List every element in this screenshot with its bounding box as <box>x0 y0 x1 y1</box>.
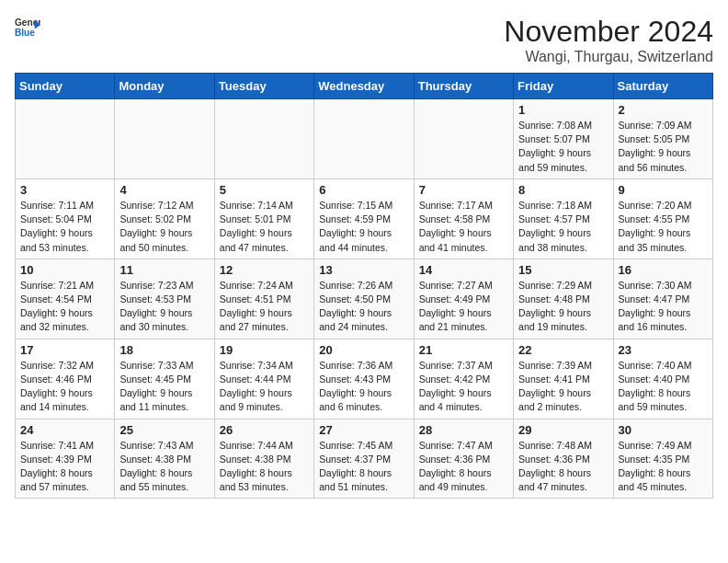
day-number: 15 <box>518 263 608 277</box>
day-info: Sunrise: 7:27 AM Sunset: 4:49 PM Dayligh… <box>419 279 508 335</box>
svg-text:Blue: Blue <box>15 28 35 38</box>
day-number: 18 <box>119 343 209 357</box>
day-number: 27 <box>319 423 408 437</box>
day-number: 12 <box>220 263 309 277</box>
calendar-cell: 6Sunrise: 7:15 AM Sunset: 4:59 PM Daylig… <box>314 178 414 259</box>
day-info: Sunrise: 7:24 AM Sunset: 4:51 PM Dayligh… <box>220 279 309 335</box>
calendar-cell <box>314 99 414 179</box>
day-number: 17 <box>20 343 109 357</box>
day-number: 26 <box>220 423 309 437</box>
day-number: 6 <box>319 183 408 197</box>
day-info: Sunrise: 7:26 AM Sunset: 4:50 PM Dayligh… <box>319 279 408 335</box>
day-info: Sunrise: 7:36 AM Sunset: 4:43 PM Dayligh… <box>319 359 408 415</box>
day-number: 28 <box>419 423 508 437</box>
day-number: 7 <box>419 183 508 197</box>
day-info: Sunrise: 7:17 AM Sunset: 4:58 PM Dayligh… <box>419 199 508 255</box>
day-number: 21 <box>419 343 508 357</box>
day-info: Sunrise: 7:37 AM Sunset: 4:42 PM Dayligh… <box>419 359 508 415</box>
calendar-cell: 11Sunrise: 7:23 AM Sunset: 4:53 PM Dayli… <box>115 259 214 339</box>
calendar-cell <box>414 99 513 179</box>
calendar-cell: 28Sunrise: 7:47 AM Sunset: 4:36 PM Dayli… <box>414 419 513 499</box>
calendar-cell: 13Sunrise: 7:26 AM Sunset: 4:50 PM Dayli… <box>314 259 414 339</box>
day-info: Sunrise: 7:30 AM Sunset: 4:47 PM Dayligh… <box>619 279 708 335</box>
day-number: 29 <box>518 423 608 437</box>
logo-icon: General Blue <box>15 15 40 40</box>
week-row-2: 3Sunrise: 7:11 AM Sunset: 5:04 PM Daylig… <box>16 178 713 259</box>
day-info: Sunrise: 7:09 AM Sunset: 5:05 PM Dayligh… <box>619 119 708 175</box>
day-info: Sunrise: 7:34 AM Sunset: 4:44 PM Dayligh… <box>220 359 309 415</box>
day-info: Sunrise: 7:47 AM Sunset: 4:36 PM Dayligh… <box>419 439 508 495</box>
day-info: Sunrise: 7:29 AM Sunset: 4:48 PM Dayligh… <box>518 279 608 335</box>
calendar-cell: 1Sunrise: 7:08 AM Sunset: 5:07 PM Daylig… <box>514 99 613 179</box>
calendar-cell: 22Sunrise: 7:39 AM Sunset: 4:41 PM Dayli… <box>514 339 613 419</box>
calendar-cell: 14Sunrise: 7:27 AM Sunset: 4:49 PM Dayli… <box>414 259 513 339</box>
week-row-1: 1Sunrise: 7:08 AM Sunset: 5:07 PM Daylig… <box>16 99 713 179</box>
calendar-cell: 5Sunrise: 7:14 AM Sunset: 5:01 PM Daylig… <box>214 178 313 259</box>
week-row-3: 10Sunrise: 7:21 AM Sunset: 4:54 PM Dayli… <box>16 259 713 339</box>
logo: General Blue <box>15 15 40 40</box>
day-number: 24 <box>20 423 109 437</box>
day-info: Sunrise: 7:18 AM Sunset: 4:57 PM Dayligh… <box>518 199 608 255</box>
calendar-cell: 2Sunrise: 7:09 AM Sunset: 5:05 PM Daylig… <box>613 99 712 179</box>
calendar-cell <box>115 99 214 179</box>
day-info: Sunrise: 7:39 AM Sunset: 4:41 PM Dayligh… <box>518 359 608 415</box>
day-number: 10 <box>20 263 109 277</box>
day-number: 8 <box>518 183 608 197</box>
weekday-header-wednesday: Wednesday <box>314 74 414 99</box>
calendar-cell: 3Sunrise: 7:11 AM Sunset: 5:04 PM Daylig… <box>16 178 115 259</box>
weekday-header-thursday: Thursday <box>414 74 513 99</box>
weekday-header-friday: Friday <box>514 74 613 99</box>
calendar-cell <box>16 99 115 179</box>
day-info: Sunrise: 7:48 AM Sunset: 4:36 PM Dayligh… <box>518 439 608 495</box>
day-number: 2 <box>619 103 708 117</box>
day-info: Sunrise: 7:12 AM Sunset: 5:02 PM Dayligh… <box>119 199 209 255</box>
header: General Blue November 2024 Wangi, Thurga… <box>15 15 713 65</box>
day-info: Sunrise: 7:32 AM Sunset: 4:46 PM Dayligh… <box>20 359 109 415</box>
day-info: Sunrise: 7:20 AM Sunset: 4:55 PM Dayligh… <box>619 199 708 255</box>
calendar-table: SundayMondayTuesdayWednesdayThursdayFrid… <box>15 73 713 499</box>
day-number: 4 <box>119 183 209 197</box>
day-info: Sunrise: 7:45 AM Sunset: 4:37 PM Dayligh… <box>319 439 408 495</box>
calendar-cell: 20Sunrise: 7:36 AM Sunset: 4:43 PM Dayli… <box>314 339 414 419</box>
day-info: Sunrise: 7:33 AM Sunset: 4:45 PM Dayligh… <box>119 359 209 415</box>
calendar-cell: 16Sunrise: 7:30 AM Sunset: 4:47 PM Dayli… <box>613 259 712 339</box>
calendar-cell: 21Sunrise: 7:37 AM Sunset: 4:42 PM Dayli… <box>414 339 513 419</box>
day-info: Sunrise: 7:08 AM Sunset: 5:07 PM Dayligh… <box>518 119 608 175</box>
calendar-cell: 10Sunrise: 7:21 AM Sunset: 4:54 PM Dayli… <box>16 259 115 339</box>
calendar-cell: 4Sunrise: 7:12 AM Sunset: 5:02 PM Daylig… <box>115 178 214 259</box>
day-number: 3 <box>20 183 109 197</box>
weekday-header-saturday: Saturday <box>613 74 712 99</box>
day-number: 14 <box>419 263 508 277</box>
day-info: Sunrise: 7:14 AM Sunset: 5:01 PM Dayligh… <box>220 199 309 255</box>
calendar-cell: 26Sunrise: 7:44 AM Sunset: 4:38 PM Dayli… <box>214 419 313 499</box>
day-info: Sunrise: 7:21 AM Sunset: 4:54 PM Dayligh… <box>20 279 109 335</box>
weekday-header-sunday: Sunday <box>16 74 115 99</box>
day-info: Sunrise: 7:11 AM Sunset: 5:04 PM Dayligh… <box>20 199 109 255</box>
day-number: 16 <box>619 263 708 277</box>
calendar-cell: 19Sunrise: 7:34 AM Sunset: 4:44 PM Dayli… <box>214 339 313 419</box>
month-year-title: November 2024 <box>504 15 713 49</box>
day-number: 9 <box>619 183 708 197</box>
day-info: Sunrise: 7:40 AM Sunset: 4:40 PM Dayligh… <box>619 359 708 415</box>
day-info: Sunrise: 7:23 AM Sunset: 4:53 PM Dayligh… <box>119 279 209 335</box>
location-subtitle: Wangi, Thurgau, Switzerland <box>504 49 713 65</box>
day-number: 13 <box>319 263 408 277</box>
calendar-cell: 7Sunrise: 7:17 AM Sunset: 4:58 PM Daylig… <box>414 178 513 259</box>
day-number: 20 <box>319 343 408 357</box>
calendar-cell <box>214 99 313 179</box>
day-info: Sunrise: 7:41 AM Sunset: 4:39 PM Dayligh… <box>20 439 109 495</box>
day-info: Sunrise: 7:49 AM Sunset: 4:35 PM Dayligh… <box>619 439 708 495</box>
day-info: Sunrise: 7:44 AM Sunset: 4:38 PM Dayligh… <box>220 439 309 495</box>
calendar-cell: 29Sunrise: 7:48 AM Sunset: 4:36 PM Dayli… <box>514 419 613 499</box>
day-info: Sunrise: 7:43 AM Sunset: 4:38 PM Dayligh… <box>119 439 209 495</box>
calendar-cell: 30Sunrise: 7:49 AM Sunset: 4:35 PM Dayli… <box>613 419 712 499</box>
weekday-header-tuesday: Tuesday <box>214 74 313 99</box>
calendar-cell: 12Sunrise: 7:24 AM Sunset: 4:51 PM Dayli… <box>214 259 313 339</box>
weekday-header-monday: Monday <box>115 74 214 99</box>
calendar-cell: 23Sunrise: 7:40 AM Sunset: 4:40 PM Dayli… <box>613 339 712 419</box>
calendar-cell: 15Sunrise: 7:29 AM Sunset: 4:48 PM Dayli… <box>514 259 613 339</box>
day-info: Sunrise: 7:15 AM Sunset: 4:59 PM Dayligh… <box>319 199 408 255</box>
calendar-cell: 27Sunrise: 7:45 AM Sunset: 4:37 PM Dayli… <box>314 419 414 499</box>
calendar-cell: 9Sunrise: 7:20 AM Sunset: 4:55 PM Daylig… <box>613 178 712 259</box>
day-number: 19 <box>220 343 309 357</box>
